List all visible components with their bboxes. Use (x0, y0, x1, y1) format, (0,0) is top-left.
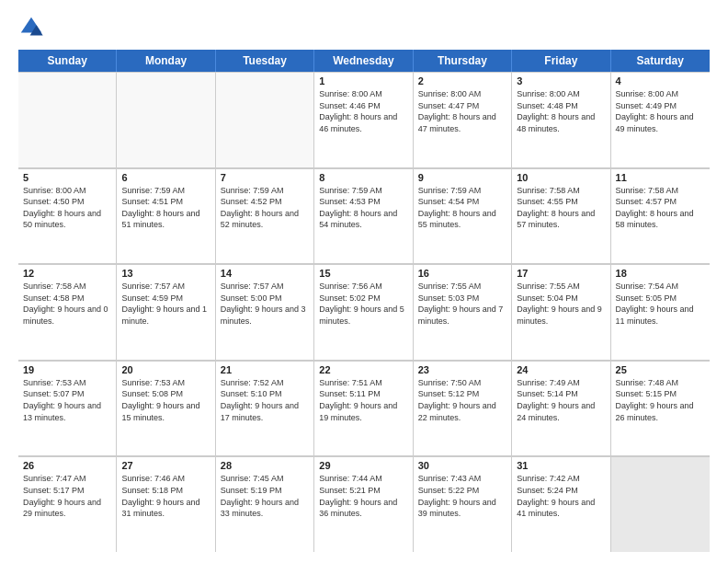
day-detail: Sunrise: 8:00 AMSunset: 4:47 PMDaylight:… (418, 88, 506, 134)
day-detail: Sunrise: 7:55 AMSunset: 5:04 PMDaylight:… (517, 281, 605, 327)
calendar-cell: 14Sunrise: 7:57 AMSunset: 5:00 PMDayligh… (216, 264, 314, 360)
logo (18, 15, 48, 40)
day-detail: Sunrise: 7:54 AMSunset: 5:05 PMDaylight:… (616, 281, 705, 327)
day-detail: Sunrise: 8:00 AMSunset: 4:50 PMDaylight:… (23, 185, 111, 231)
day-number: 16 (418, 268, 506, 279)
day-detail: Sunrise: 7:48 AMSunset: 5:15 PMDaylight:… (616, 377, 705, 423)
day-number: 12 (23, 268, 111, 279)
day-number: 18 (616, 268, 705, 279)
day-number: 4 (616, 75, 705, 86)
day-number: 23 (418, 364, 506, 375)
header-day-wednesday: Wednesday (314, 50, 413, 72)
day-number: 27 (121, 460, 210, 471)
day-number: 31 (517, 460, 605, 471)
day-number: 9 (418, 172, 506, 183)
calendar-cell: 24Sunrise: 7:49 AMSunset: 5:14 PMDayligh… (512, 361, 610, 456)
day-detail: Sunrise: 7:59 AMSunset: 4:52 PMDaylight:… (221, 185, 309, 231)
day-number: 21 (221, 364, 309, 375)
calendar-cell: 28Sunrise: 7:45 AMSunset: 5:19 PMDayligh… (216, 456, 314, 552)
day-detail: Sunrise: 8:00 AMSunset: 4:49 PMDaylight:… (616, 88, 705, 134)
calendar-cell: 15Sunrise: 7:56 AMSunset: 5:02 PMDayligh… (314, 264, 413, 360)
calendar-cell: 5Sunrise: 8:00 AMSunset: 4:50 PMDaylight… (18, 168, 117, 264)
calendar-cell: 22Sunrise: 7:51 AMSunset: 5:11 PMDayligh… (314, 361, 413, 456)
day-number: 11 (616, 172, 705, 183)
day-detail: Sunrise: 7:56 AMSunset: 5:02 PMDaylight:… (319, 281, 407, 327)
day-detail: Sunrise: 7:45 AMSunset: 5:19 PMDaylight:… (221, 473, 309, 519)
day-detail: Sunrise: 7:46 AMSunset: 5:18 PMDaylight:… (121, 473, 210, 519)
calendar-header: SundayMondayTuesdayWednesdayThursdayFrid… (18, 50, 710, 72)
day-number: 28 (221, 460, 309, 471)
day-detail: Sunrise: 7:58 AMSunset: 4:58 PMDaylight:… (23, 281, 111, 327)
day-detail: Sunrise: 7:44 AMSunset: 5:21 PMDaylight:… (319, 473, 407, 519)
calendar-cell: 19Sunrise: 7:53 AMSunset: 5:07 PMDayligh… (18, 361, 117, 456)
header-day-saturday: Saturday (611, 50, 710, 72)
page: SundayMondayTuesdayWednesdayThursdayFrid… (0, 0, 728, 563)
header-day-tuesday: Tuesday (216, 50, 314, 72)
calendar-week-3: 19Sunrise: 7:53 AMSunset: 5:07 PMDayligh… (18, 361, 710, 457)
header-day-monday: Monday (117, 50, 215, 72)
day-detail: Sunrise: 7:57 AMSunset: 4:59 PMDaylight:… (121, 281, 210, 327)
calendar: SundayMondayTuesdayWednesdayThursdayFrid… (18, 50, 710, 552)
calendar-week-0: 1Sunrise: 8:00 AMSunset: 4:46 PMDaylight… (18, 72, 710, 168)
header-day-friday: Friday (512, 50, 610, 72)
day-number: 26 (23, 460, 111, 471)
calendar-cell: 25Sunrise: 7:48 AMSunset: 5:15 PMDayligh… (611, 361, 710, 456)
calendar-body: 1Sunrise: 8:00 AMSunset: 4:46 PMDaylight… (18, 72, 710, 552)
day-detail: Sunrise: 7:59 AMSunset: 4:53 PMDaylight:… (319, 185, 407, 231)
day-detail: Sunrise: 8:00 AMSunset: 4:48 PMDaylight:… (517, 88, 605, 134)
day-detail: Sunrise: 7:59 AMSunset: 4:51 PMDaylight:… (121, 185, 210, 231)
calendar-cell: 4Sunrise: 8:00 AMSunset: 4:49 PMDaylight… (611, 72, 710, 167)
day-detail: Sunrise: 8:00 AMSunset: 4:46 PMDaylight:… (319, 88, 407, 134)
day-detail: Sunrise: 7:47 AMSunset: 5:17 PMDaylight:… (23, 473, 111, 519)
day-number: 20 (121, 364, 210, 375)
calendar-cell (216, 72, 314, 167)
day-number: 3 (517, 75, 605, 86)
calendar-cell: 6Sunrise: 7:59 AMSunset: 4:51 PMDaylight… (117, 168, 215, 264)
day-detail: Sunrise: 7:50 AMSunset: 5:12 PMDaylight:… (418, 377, 506, 423)
day-detail: Sunrise: 7:58 AMSunset: 4:55 PMDaylight:… (517, 185, 605, 231)
calendar-cell: 8Sunrise: 7:59 AMSunset: 4:53 PMDaylight… (314, 168, 413, 264)
header-day-thursday: Thursday (414, 50, 512, 72)
day-detail: Sunrise: 7:42 AMSunset: 5:24 PMDaylight:… (517, 473, 605, 519)
header-day-sunday: Sunday (18, 50, 117, 72)
calendar-cell: 9Sunrise: 7:59 AMSunset: 4:54 PMDaylight… (414, 168, 512, 264)
calendar-cell: 21Sunrise: 7:52 AMSunset: 5:10 PMDayligh… (216, 361, 314, 456)
day-number: 24 (517, 364, 605, 375)
day-detail: Sunrise: 7:58 AMSunset: 4:57 PMDaylight:… (616, 185, 705, 231)
logo-icon (18, 15, 44, 40)
calendar-cell: 12Sunrise: 7:58 AMSunset: 4:58 PMDayligh… (18, 264, 117, 360)
day-detail: Sunrise: 7:51 AMSunset: 5:11 PMDaylight:… (319, 377, 407, 423)
calendar-cell: 20Sunrise: 7:53 AMSunset: 5:08 PMDayligh… (117, 361, 215, 456)
calendar-cell (117, 72, 215, 167)
day-number: 29 (319, 460, 407, 471)
day-number: 22 (319, 364, 407, 375)
day-detail: Sunrise: 7:43 AMSunset: 5:22 PMDaylight:… (418, 473, 506, 519)
day-number: 7 (221, 172, 309, 183)
calendar-cell: 26Sunrise: 7:47 AMSunset: 5:17 PMDayligh… (18, 456, 117, 552)
calendar-cell: 10Sunrise: 7:58 AMSunset: 4:55 PMDayligh… (512, 168, 610, 264)
day-detail: Sunrise: 7:49 AMSunset: 5:14 PMDaylight:… (517, 377, 605, 423)
calendar-cell: 11Sunrise: 7:58 AMSunset: 4:57 PMDayligh… (611, 168, 710, 264)
calendar-cell: 2Sunrise: 8:00 AMSunset: 4:47 PMDaylight… (414, 72, 512, 167)
day-number: 14 (221, 268, 309, 279)
day-number: 25 (616, 364, 705, 375)
day-detail: Sunrise: 7:57 AMSunset: 5:00 PMDaylight:… (221, 281, 309, 327)
calendar-cell: 31Sunrise: 7:42 AMSunset: 5:24 PMDayligh… (512, 456, 610, 552)
day-number: 8 (319, 172, 407, 183)
header (18, 15, 710, 40)
day-number: 5 (23, 172, 111, 183)
calendar-cell (611, 456, 710, 552)
calendar-cell: 17Sunrise: 7:55 AMSunset: 5:04 PMDayligh… (512, 264, 610, 360)
calendar-cell: 1Sunrise: 8:00 AMSunset: 4:46 PMDaylight… (314, 72, 413, 167)
day-detail: Sunrise: 7:53 AMSunset: 5:08 PMDaylight:… (121, 377, 210, 423)
day-number: 19 (23, 364, 111, 375)
day-number: 17 (517, 268, 605, 279)
day-detail: Sunrise: 7:53 AMSunset: 5:07 PMDaylight:… (23, 377, 111, 423)
day-number: 1 (319, 75, 407, 86)
day-number: 6 (121, 172, 210, 183)
calendar-cell: 29Sunrise: 7:44 AMSunset: 5:21 PMDayligh… (314, 456, 413, 552)
calendar-cell: 7Sunrise: 7:59 AMSunset: 4:52 PMDaylight… (216, 168, 314, 264)
day-number: 10 (517, 172, 605, 183)
calendar-cell: 16Sunrise: 7:55 AMSunset: 5:03 PMDayligh… (414, 264, 512, 360)
day-number: 30 (418, 460, 506, 471)
